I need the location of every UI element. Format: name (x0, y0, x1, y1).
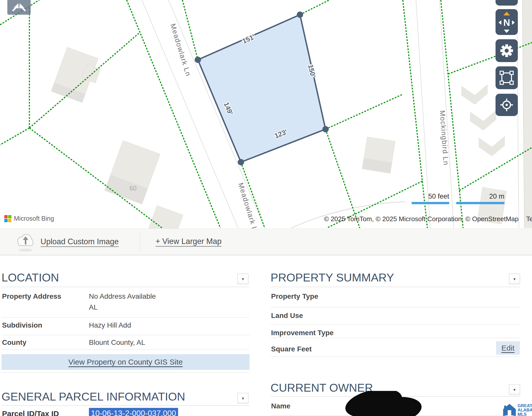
row-value: No Address Available (89, 292, 156, 300)
county-gis-link[interactable]: View Property on County GIS Site (68, 358, 183, 366)
map-footer-bar: Upload Custom Image + View Larger Map (0, 229, 532, 255)
scale-imperial-bar (412, 202, 449, 204)
row-label: County (2, 338, 26, 347)
property-summary-section: PROPERTY SUMMARY ▼ Property Type Land Us… (271, 271, 520, 360)
attribution-text: © 2025 TomTom, © 2025 Microsoft Corporat… (324, 215, 519, 223)
map-canvas[interactable]: 151' 150' 149' 123' Meadowlark Ln Meadow… (0, 0, 532, 229)
row-label: Improvement Type (271, 329, 334, 337)
mls-house-icon (503, 404, 516, 416)
row-label: Property Address (2, 292, 61, 300)
row-divider (271, 324, 520, 325)
general-parcel-title: GENERAL PARCEL INFORMATION (2, 390, 185, 403)
compass-north-arrow-icon[interactable] (503, 12, 510, 15)
compass-south-arrow-icon[interactable] (504, 30, 509, 33)
owner-name-label: Name (271, 402, 290, 410)
mls-logo-text: GREATER ALABAMA MLS (518, 404, 532, 416)
row-divider (2, 372, 250, 373)
scale-metric-bar (456, 202, 504, 204)
section-underline (2, 405, 250, 406)
section-underline (2, 287, 250, 287)
chevron-down-icon: ▼ (241, 396, 245, 401)
parcel-vertex[interactable] (238, 159, 244, 165)
chevron-down-icon: ▼ (513, 388, 517, 392)
house-number-label: 60 (129, 185, 137, 192)
gear-icon (500, 44, 514, 58)
row-divider (2, 317, 250, 317)
square-feet-edit-box: Edit (496, 341, 520, 355)
row-divider (2, 350, 250, 350)
row-label: Property Type (271, 292, 318, 300)
road-right-edge (517, 0, 532, 228)
row-divider (271, 356, 520, 357)
location-title: LOCATION (2, 271, 59, 284)
row-label: Subdivision (2, 321, 42, 329)
collapse-arrows-icon (7, 0, 31, 15)
basemap: 151' 150' 149' 123' Meadowlark Ln Meadow… (0, 0, 532, 229)
general-parcel-section: GENERAL PARCEL INFORMATION ▼ Parcel ID/T… (2, 390, 250, 416)
edit-link[interactable]: Edit (501, 344, 515, 352)
parcel-vertex[interactable] (322, 126, 329, 133)
footer-divider (140, 231, 140, 253)
redacted-owner-name (345, 391, 424, 416)
property-summary-title: PROPERTY SUMMARY (271, 271, 394, 284)
map-control-partial-button[interactable] (496, 0, 518, 6)
row-label: Land Use (271, 312, 303, 320)
scale-imperial-label: 50 feet (412, 193, 449, 200)
row-divider (2, 335, 250, 335)
parcel-id-value-highlighted[interactable]: 10-06-13-2-000-037.000 (89, 408, 178, 416)
parcel-vertex[interactable] (195, 57, 201, 63)
view-larger-map-link[interactable]: + View Larger Map (156, 237, 222, 246)
compass-west-arrow-icon[interactable] (499, 20, 501, 25)
map-locate-button[interactable] (496, 94, 518, 116)
cloud-upload-icon[interactable] (15, 231, 36, 254)
row-value: Hazy Hill Add (89, 321, 131, 329)
row-label: Square Feet (271, 345, 312, 353)
map-selection-button[interactable] (496, 66, 518, 89)
location-collapse-dropdown[interactable]: ▼ (237, 274, 249, 284)
microsoft-logo-icon (4, 215, 11, 222)
selection-box-icon (500, 71, 514, 85)
compass-n-label: N (503, 18, 510, 27)
current-owner-section: CURRENT OWNER ▼ Name GREATER ALABAMA (271, 381, 520, 416)
general-parcel-collapse-dropdown[interactable]: ▼ (237, 393, 249, 404)
compass-east-arrow-icon[interactable] (512, 20, 515, 25)
map-settings-button[interactable] (496, 39, 518, 62)
bing-logo-label: Microsoft Bing (14, 215, 54, 222)
parcel-detail-page: 151' 150' 149' 123' Meadowlark Ln Meadow… (0, 0, 532, 416)
crosshair-icon (499, 98, 514, 112)
property-summary-collapse-dropdown[interactable]: ▼ (509, 274, 520, 284)
chevron-down-icon: ▼ (513, 277, 517, 281)
row-divider (271, 338, 520, 338)
scale-metric-label: 20 m (456, 193, 504, 200)
compass-control[interactable]: N (496, 9, 518, 35)
upload-custom-image-button[interactable]: Upload Custom Image (41, 237, 119, 246)
parcel-id-label: Parcel ID/Tax ID (2, 409, 59, 416)
bing-logo[interactable]: Microsoft Bing (4, 215, 54, 222)
section-underline (271, 287, 520, 287)
terms-link[interactable]: Terms (526, 215, 532, 223)
row-value-line2: AL (89, 303, 98, 311)
row-divider (271, 307, 520, 307)
location-section: LOCATION ▼ Property Address No Address A… (2, 271, 250, 375)
chevron-down-icon: ▼ (241, 277, 245, 281)
gis-link-bar: View Property on County GIS Site (2, 354, 250, 370)
map-attribution: © 2025 TomTom, © 2025 Microsoft Corporat… (324, 215, 532, 223)
greater-alabama-mls-logo: GREATER ALABAMA MLS (503, 404, 532, 416)
collapse-map-button[interactable] (7, 0, 31, 15)
current-owner-collapse-dropdown[interactable]: ▼ (509, 384, 520, 395)
row-value: Blount County, AL (89, 338, 145, 347)
parcel-vertex[interactable] (297, 12, 303, 18)
